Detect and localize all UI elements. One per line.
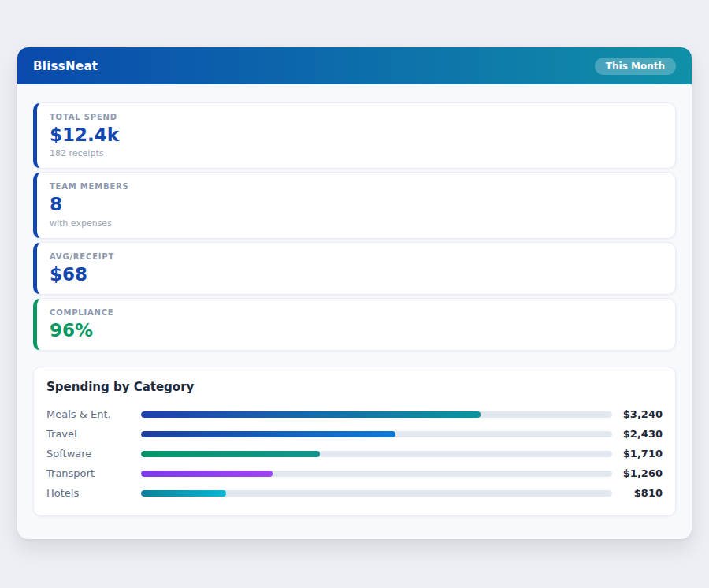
- stat-card: COMPLIANCE 96%: [33, 298, 676, 351]
- chart-category-label: Transport: [46, 467, 141, 479]
- bar-track: [141, 431, 612, 437]
- stat-value: 8: [50, 195, 663, 214]
- stat-sublabel: with expenses: [50, 218, 663, 229]
- bar-fill: [141, 431, 395, 437]
- dashboard-content: TOTAL SPEND $12.4k 182 receipts TEAM MEM…: [17, 84, 692, 534]
- chart-row: Transport $1,260: [46, 463, 663, 483]
- spending-chart-card: Spending by Category Meals & Ent. $3,240…: [33, 367, 676, 516]
- app-title: BlissNeat: [33, 59, 98, 73]
- dashboard-panel: BlissNeat This Month TOTAL SPEND $12.4k …: [17, 47, 692, 539]
- chart-row: Hotels $810: [46, 483, 663, 503]
- chart-title: Spending by Category: [46, 380, 663, 394]
- bar-track: [141, 490, 612, 497]
- stat-sublabel: 182 receipts: [50, 148, 663, 158]
- chart-value-label: $1,710: [612, 448, 663, 460]
- chart-category-label: Hotels: [46, 487, 141, 499]
- period-badge[interactable]: This Month: [595, 58, 676, 75]
- stat-value: $68: [50, 265, 663, 285]
- chart-row: Software $1,710: [46, 444, 663, 463]
- bar-fill: [141, 490, 226, 497]
- chart-category-label: Software: [46, 448, 141, 460]
- stats-list: TOTAL SPEND $12.4k 182 receipts TEAM MEM…: [33, 102, 676, 351]
- chart-category-label: Meals & Ent.: [46, 408, 141, 420]
- chart-row: Meals & Ent. $3,240: [46, 404, 663, 424]
- bar-fill: [141, 451, 320, 457]
- chart-category-label: Travel: [46, 428, 141, 440]
- stat-card: TOTAL SPEND $12.4k 182 receipts: [33, 102, 676, 169]
- stat-card: AVG/RECEIPT $68: [33, 242, 676, 295]
- bar-fill: [141, 411, 481, 418]
- chart-value-label: $1,260: [612, 467, 663, 479]
- chart-value-label: $2,430: [612, 428, 663, 440]
- bar-track: [141, 411, 612, 418]
- bar-track: [141, 451, 612, 457]
- stat-label: COMPLIANCE: [50, 308, 663, 317]
- chart-rows: Meals & Ent. $3,240 Travel $2,430 Softwa…: [46, 404, 663, 503]
- stat-value: $12.4k: [50, 125, 663, 145]
- chart-row: Travel $2,430: [46, 424, 663, 444]
- stat-label: TEAM MEMBERS: [50, 182, 663, 191]
- stat-label: AVG/RECEIPT: [50, 252, 663, 261]
- stat-label: TOTAL SPEND: [50, 113, 663, 121]
- chart-value-label: $810: [612, 487, 663, 499]
- bar-fill: [141, 471, 273, 477]
- bar-track: [141, 471, 612, 477]
- stat-card: TEAM MEMBERS 8 with expenses: [33, 172, 676, 238]
- app-header: BlissNeat This Month: [17, 47, 692, 84]
- chart-value-label: $3,240: [612, 408, 663, 420]
- stat-value: 96%: [50, 321, 663, 341]
